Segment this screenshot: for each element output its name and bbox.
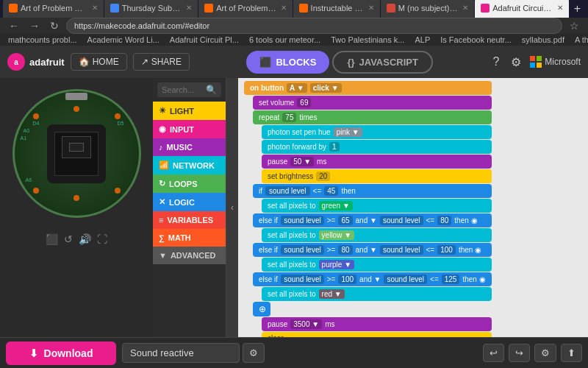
sim-stop-button[interactable]: ⬛ [46,233,58,245]
redo-button[interactable]: ↪ [509,344,530,362]
category-math[interactable]: ∑ MATH [153,229,226,247]
category-light[interactable]: ☀ LIGHT [153,102,226,120]
download-button[interactable]: ⬇ Download [6,342,116,365]
tab-5-close[interactable]: ✕ [462,4,468,12]
category-music[interactable]: ♪ MUSIC [153,138,226,156]
block-photon-forward[interactable]: photon forward by 1 [262,140,492,154]
tab-4[interactable]: Instructable Editor ✕ [293,0,380,18]
search-input[interactable] [162,85,206,94]
settings-small-icon: ⚙ [249,347,258,358]
new-tab-button[interactable]: + [570,2,585,15]
tab-1[interactable]: Art of Problem Solving ✕ [3,0,104,18]
category-logic[interactable]: ✕ LOGIC [153,193,226,211]
board-label-a0: A0 [24,128,30,133]
tab-6-favicon [481,4,490,13]
block-pixels-green[interactable]: set all pixels to green ▼ [262,199,492,213]
math-label: MATH [168,233,191,242]
block-clear[interactable]: clear [262,332,492,337]
bookmark-4[interactable]: 6 tools our meteor... [245,35,324,45]
tab-4-favicon [299,4,308,13]
tab-2-close[interactable]: ✕ [186,4,192,12]
network-label: NETWORK [173,161,215,170]
category-input[interactable]: ◉ INPUT [153,120,226,138]
block-else-if-4[interactable]: else if sound level >= 100 and ▼ sound l… [253,272,492,286]
tab-1-close[interactable]: ✕ [92,4,98,12]
collapse-panel-button[interactable]: ‹ [226,78,238,337]
bookmark-2[interactable]: Academic Word Li... [84,35,163,45]
share-button[interactable]: ↗ SHARE [133,53,190,71]
bookmark-3[interactable]: Adafruit Circuit Pl... [166,35,243,45]
bookmark-7[interactable]: Is Facebook neutr... [437,35,515,45]
bookmark-button[interactable]: ☆ [567,18,582,33]
blocks-label: BLOCKS [276,57,316,68]
tab-3-close[interactable]: ✕ [281,4,287,12]
tab-6[interactable]: Adafruit Circuit Playground... ✕ [475,0,568,18]
block-set-brightness[interactable]: set brightness 20 [262,169,492,183]
search-bar: 🔍 [153,78,226,102]
variables-icon: ≡ [159,216,163,224]
save-button[interactable]: ⬆ [561,344,582,362]
block-set-volume[interactable]: set volume 69 [253,96,492,110]
settings-button[interactable]: ⚙ [508,52,524,72]
network-icon: 📶 [159,160,169,170]
app: a adafruit 🏠 HOME ↗ SHARE ⬛ BLOCKS {} JA… [0,46,588,368]
sim-fullscreen-button[interactable]: ⛶ [97,233,107,245]
help-button[interactable]: ? [490,52,502,71]
bottom-settings-button[interactable]: ⚙ [534,344,556,362]
sim-restart-button[interactable]: ↺ [64,233,73,245]
tab-2[interactable]: Thursday Sub Work and Pri... ✕ [104,0,198,18]
block-else-if-3[interactable]: else if sound level >= 80 and ▼ sound le… [253,243,492,257]
sim-controls: ⬛ ↺ 🔊 ⛶ [41,229,112,250]
javascript-mode-button[interactable]: {} JAVASCRIPT [332,51,433,74]
reload-button[interactable]: ↻ [47,18,62,33]
block-pixels-purple[interactable]: set all pixels to purple ▼ [262,258,492,272]
category-loops[interactable]: ↻ LOOPS [153,174,226,193]
block-pause-1[interactable]: pause 50 ▼ ms [262,155,492,169]
bookmark-6[interactable]: ALP [411,35,434,45]
block-pause-2[interactable]: pause 3500 ▼ ms [262,317,492,331]
block-on-button[interactable]: on button A ▼ click ▼ [244,81,492,95]
block-photon-pen-hue[interactable]: photon set pen hue pink ▼ [262,125,492,139]
board-label-a1: A1 [21,135,27,141]
tab-favicon [9,4,18,13]
forward-button[interactable]: → [26,18,43,33]
block-else-if-2[interactable]: else if sound level >= 65 and ▼ sound le… [253,213,492,227]
input-label: INPUT [170,125,194,134]
usb-connector [65,93,87,100]
blocks-canvas[interactable]: on button A ▼ click ▼ set volume 69 repe… [238,78,588,337]
project-settings-button[interactable]: ⚙ [243,343,265,363]
project-name-input[interactable] [122,343,240,363]
led-bottom [74,195,79,201]
bookmark-5[interactable]: Two Palestinians k... [327,35,408,45]
back-button[interactable]: ← [6,18,22,33]
board-label-d4: D4 [33,121,40,126]
tab-3[interactable]: Art of Problem Solving ✕ [198,0,292,18]
mode-switcher: ⬛ BLOCKS {} JAVASCRIPT [196,51,484,74]
led-top-right [115,113,121,119]
sim-sound-button[interactable]: 🔊 [79,233,91,245]
category-variables[interactable]: ≡ VARIABLES [153,211,226,229]
block-pixels-yellow[interactable]: set all pixels to yellow ▼ [262,228,492,242]
block-end-if[interactable]: ⊕ [253,302,270,316]
block-pixels-red[interactable]: set all pixels to red ▼ [262,287,492,301]
tab-5[interactable]: M (no subject) - 103568@iso... ✕ [381,0,474,18]
blocks-mode-button[interactable]: ⬛ BLOCKS [246,51,329,74]
board-label-d5: D5 [118,121,124,126]
block-repeat[interactable]: repeat 75 times [253,110,492,124]
adafruit-logo: a adafruit [7,53,65,71]
address-input[interactable] [66,18,562,34]
share-icon: ↗ [141,57,148,67]
bookmark-9[interactable]: A threat to imparti... [571,35,588,45]
block-if-1[interactable]: if sound level <= 45 then [253,184,492,198]
tab-4-close[interactable]: ✕ [368,4,374,12]
loops-label: LOOPS [169,180,198,188]
tab-6-close[interactable]: ✕ [557,4,563,12]
category-advanced[interactable]: ▼ ADVANCED [153,247,226,264]
light-icon: ☀ [159,106,166,116]
bookmark-1[interactable]: mathcounts probl... [4,35,81,45]
bookmark-8[interactable]: syllabus.pdf [518,35,568,45]
category-network[interactable]: 📶 NETWORK [153,156,226,174]
undo-button[interactable]: ↩ [483,344,504,362]
block-stack-main: on button A ▼ click ▼ set volume 69 repe… [244,81,492,337]
home-button[interactable]: 🏠 HOME [71,53,127,71]
